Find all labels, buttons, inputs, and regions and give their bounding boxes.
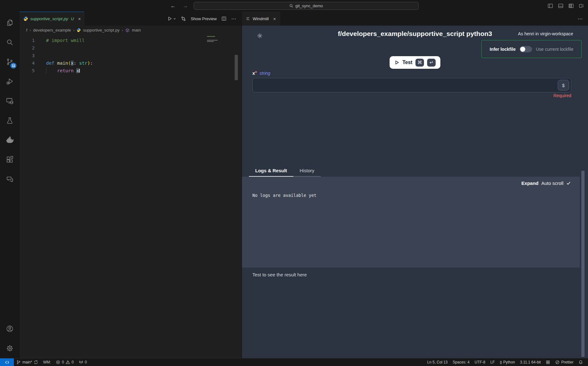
sidebar-item-comments[interactable] bbox=[0, 169, 20, 189]
split-editor-icon[interactable] bbox=[221, 16, 226, 21]
error-icon bbox=[56, 360, 60, 364]
bell-icon bbox=[579, 360, 583, 364]
problems-status[interactable]: 0 0 bbox=[53, 358, 76, 366]
editor-group: supportive_script.py U × Show Preview ⋯ … bbox=[20, 12, 242, 358]
grid-icon bbox=[546, 360, 550, 364]
close-tab-icon[interactable]: × bbox=[273, 16, 276, 21]
kbd-cmd-icon: ⌘ bbox=[415, 59, 424, 67]
run-python-file-button[interactable] bbox=[167, 16, 176, 21]
python-file-icon bbox=[23, 16, 28, 21]
workspace-context-note: As henri in virgin-workspace bbox=[518, 31, 573, 36]
task-grid-status[interactable] bbox=[543, 358, 553, 366]
navigate-back-icon[interactable]: ← bbox=[170, 3, 176, 9]
sidebar-item-extensions[interactable] bbox=[0, 150, 20, 169]
indentation-status[interactable]: Spaces: 4 bbox=[450, 358, 472, 366]
extensions-icon bbox=[6, 156, 14, 164]
settings-button[interactable] bbox=[0, 339, 20, 358]
code-line[interactable]: 4def main(x: str): bbox=[20, 59, 242, 67]
windmill-webview: f/developers_example/supportive_script p… bbox=[242, 26, 588, 358]
sidebar-item-remote-explorer[interactable] bbox=[0, 91, 20, 111]
webview-scrollbar[interactable] bbox=[581, 171, 585, 357]
git-branch-status[interactable]: main* bbox=[14, 358, 41, 366]
toggle-secondary-sidebar-icon[interactable] bbox=[568, 3, 574, 9]
play-icon bbox=[394, 60, 399, 65]
check-icon[interactable] bbox=[566, 181, 571, 186]
result-placeholder: Test to see the result here bbox=[252, 272, 307, 277]
code-token: str bbox=[79, 61, 87, 66]
python-interpreter-status[interactable]: 3.11.1 64-bit bbox=[517, 358, 543, 366]
sidebar-item-search[interactable] bbox=[0, 32, 20, 52]
scm-badge: 11 bbox=[10, 63, 16, 68]
tab-logs-result[interactable]: Logs & Result bbox=[249, 165, 293, 177]
open-changes-icon[interactable] bbox=[181, 16, 186, 21]
tab-label: Windmill bbox=[253, 16, 269, 21]
toggle-sidebar-icon[interactable] bbox=[548, 3, 553, 9]
sidebar-item-source-control[interactable]: 11 bbox=[0, 52, 20, 72]
arg-input-x[interactable]: $ bbox=[252, 78, 571, 92]
breadcrumb-root[interactable]: f bbox=[26, 28, 27, 32]
sidebar-item-explorer[interactable] bbox=[0, 13, 20, 32]
command-center-search[interactable]: git_sync_demo bbox=[194, 2, 419, 10]
show-preview-button[interactable]: Show Preview bbox=[191, 16, 217, 21]
python-file-icon bbox=[77, 28, 81, 32]
more-actions-icon[interactable]: ⋯ bbox=[578, 16, 583, 22]
code-editor[interactable]: 1# import wmill234def main(x: str):5 ret… bbox=[20, 35, 242, 356]
auto-scroll-label[interactable]: Auto scroll bbox=[541, 180, 563, 186]
lockfile-toggle-group: Infer lockfile Use current lockfile bbox=[481, 40, 582, 58]
tab-windmill[interactable]: Windmill × bbox=[242, 12, 280, 26]
code-token: x bbox=[76, 68, 79, 73]
eol-status[interactable]: LF bbox=[488, 358, 497, 366]
comments-icon bbox=[6, 175, 14, 183]
title-bar: ← → git_sync_demo bbox=[0, 0, 588, 12]
breadcrumb-folder[interactable]: developers_example bbox=[33, 28, 71, 32]
windmill-status[interactable]: WM: bbox=[41, 358, 54, 366]
search-view-icon bbox=[6, 38, 14, 46]
chevron-down-icon bbox=[173, 17, 176, 20]
sidebar-item-run-debug[interactable] bbox=[0, 72, 20, 91]
close-tab-icon[interactable]: × bbox=[78, 16, 81, 21]
tab-history[interactable]: History bbox=[293, 165, 321, 177]
language-mode-status[interactable]: {} Python bbox=[497, 358, 517, 366]
formatter-status[interactable]: Prettier bbox=[553, 358, 576, 366]
infer-lockfile-label: Infer lockfile bbox=[490, 47, 515, 52]
breadcrumb-separator: › bbox=[73, 28, 74, 32]
windmill-panel-group: Windmill × ⋯ f/developers_example/suppor… bbox=[242, 12, 588, 358]
broadcast-icon bbox=[79, 360, 83, 364]
tab-supportive-script[interactable]: supportive_script.py U × bbox=[20, 12, 84, 26]
line-number: 4 bbox=[20, 59, 35, 67]
more-actions-icon[interactable]: ⋯ bbox=[231, 16, 237, 22]
code-line[interactable]: 2 bbox=[20, 44, 242, 52]
sidebar-item-testing[interactable] bbox=[0, 111, 20, 130]
insert-variable-button[interactable]: $ bbox=[558, 80, 569, 91]
breadcrumb-symbol[interactable]: main bbox=[132, 28, 141, 32]
code-line[interactable]: 3 bbox=[20, 52, 242, 59]
windmill-preview-icon bbox=[246, 16, 250, 21]
editor-scrollbar[interactable] bbox=[235, 55, 238, 80]
sync-icon bbox=[34, 360, 38, 364]
cursor-position-status[interactable]: Ln 5, Col 13 bbox=[425, 358, 450, 366]
code-token: : bbox=[90, 61, 93, 66]
ports-status[interactable]: 0 bbox=[76, 358, 90, 366]
account-button[interactable] bbox=[0, 319, 20, 339]
gear-icon bbox=[6, 344, 14, 352]
explorer-icon bbox=[6, 19, 14, 27]
code-line[interactable]: 5 return x bbox=[20, 67, 242, 74]
remote-indicator[interactable] bbox=[0, 358, 14, 366]
required-message: Required bbox=[553, 93, 571, 98]
notifications-status[interactable] bbox=[576, 358, 585, 366]
breadcrumb-file[interactable]: supportive_script.py bbox=[83, 28, 120, 32]
code-token: main bbox=[57, 61, 68, 66]
logs-empty-message: No logs are available yet bbox=[252, 193, 571, 198]
kbd-enter-icon: ↵ bbox=[427, 59, 436, 67]
encoding-status[interactable]: UTF-8 bbox=[472, 358, 488, 366]
lockfile-toggle[interactable] bbox=[520, 46, 532, 52]
customize-layout-icon[interactable] bbox=[579, 3, 584, 9]
navigate-forward-icon[interactable]: → bbox=[183, 3, 188, 9]
warning-icon bbox=[66, 360, 70, 364]
sidebar-item-docker[interactable] bbox=[0, 130, 20, 150]
test-button[interactable]: Test ⌘ ↵ bbox=[390, 56, 441, 69]
expand-button[interactable]: Expand bbox=[521, 180, 538, 186]
indent-guide bbox=[46, 68, 46, 74]
line-number: 2 bbox=[20, 44, 35, 52]
toggle-panel-icon[interactable] bbox=[558, 3, 563, 9]
